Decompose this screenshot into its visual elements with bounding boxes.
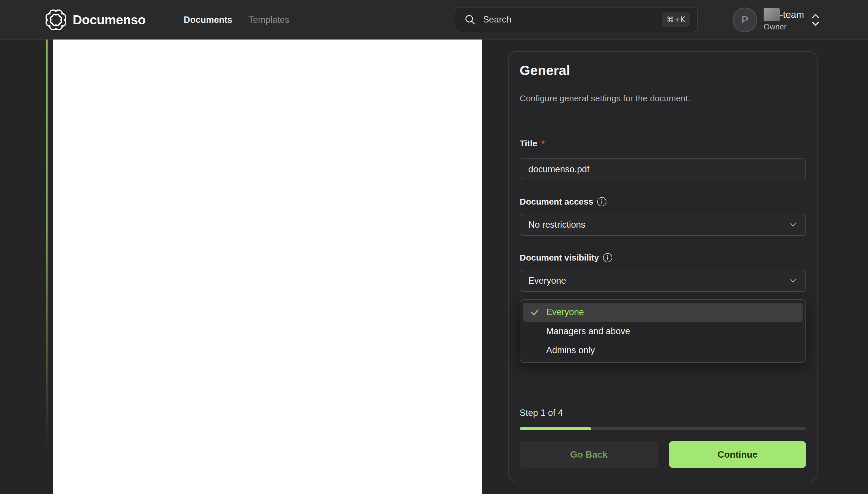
top-nav: Documenso Documents Templates Search ⌘+K… (0, 0, 868, 40)
main-nav: Documents Templates (184, 0, 289, 40)
brand[interactable]: Documenso (45, 0, 146, 40)
card-subtitle: Configure general settings for the docum… (520, 94, 690, 103)
required-asterisk: * (541, 138, 545, 148)
document-visibility-label: Document visibility i (520, 253, 612, 263)
nav-templates[interactable]: Templates (249, 15, 289, 25)
info-icon[interactable]: i (603, 253, 612, 262)
search-shortcut-badge: ⌘+K (662, 13, 690, 27)
option-managers-and-above[interactable]: Managers and above (523, 322, 803, 341)
card-title: General (520, 62, 570, 78)
option-admins-only[interactable]: Admins only (523, 341, 803, 360)
document-access-value: No restrictions (528, 220, 789, 230)
avatar: P (732, 7, 757, 32)
continue-button[interactable]: Continue (669, 441, 806, 468)
accent-gradient-line (46, 40, 47, 449)
title-value: documenso.pdf (528, 164, 797, 175)
team-name-redacted (764, 8, 780, 21)
search-input[interactable]: Search ⌘+K (455, 7, 698, 32)
chevrons-up-down-icon (810, 11, 821, 29)
step-indicator: Step 1 of 4 (520, 408, 563, 418)
option-everyone[interactable]: Everyone (523, 303, 803, 322)
document-access-select[interactable]: No restrictions (520, 214, 806, 236)
documenso-logo-icon (45, 10, 66, 30)
visibility-dropdown-menu: Everyone Managers and above Admins only (520, 299, 806, 363)
team-switcher[interactable]: P -team Owner (732, 0, 821, 40)
progress-bar (520, 428, 806, 430)
general-settings-card: General Configure general settings for t… (508, 51, 817, 481)
document-preview-page (53, 40, 482, 494)
brand-name: Documenso (73, 13, 146, 27)
team-name-suffix: -team (780, 9, 804, 20)
nav-documents[interactable]: Documents (184, 15, 233, 25)
go-back-button[interactable]: Go Back (520, 441, 658, 468)
info-icon[interactable]: i (597, 197, 607, 206)
title-field[interactable]: documenso.pdf (520, 158, 806, 180)
chevron-down-icon (789, 221, 797, 229)
document-access-label: Document access i (520, 197, 607, 207)
card-divider (520, 118, 806, 118)
chevron-down-icon (789, 277, 797, 285)
panel-divider (487, 40, 487, 494)
document-visibility-select[interactable]: Everyone (520, 270, 806, 292)
progress-fill (520, 428, 591, 430)
document-visibility-value: Everyone (528, 276, 789, 286)
check-icon (530, 307, 541, 317)
team-role: Owner (764, 22, 804, 32)
title-label: Title * (520, 138, 545, 148)
search-icon (464, 14, 476, 26)
team-info: -team Owner (764, 8, 804, 32)
search-placeholder: Search (483, 15, 662, 25)
